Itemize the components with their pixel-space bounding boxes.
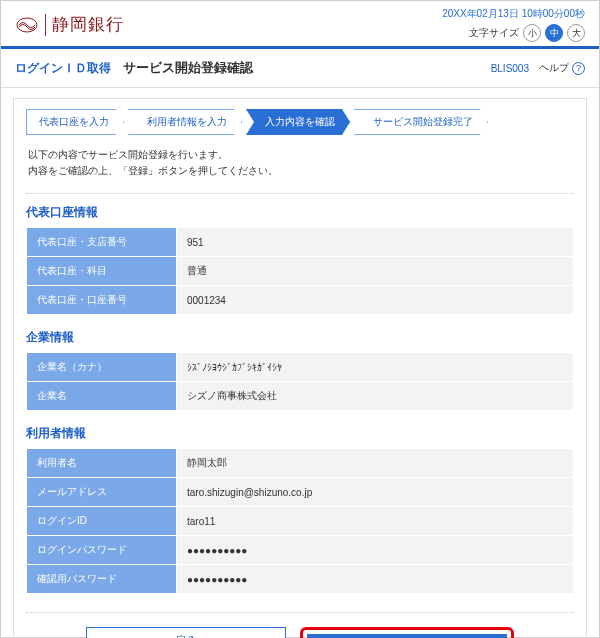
fontsize-medium-button[interactable]: 中 — [545, 24, 563, 42]
fontsize-control: 文字サイズ 小 中 大 — [442, 24, 585, 42]
header-right: 20XX年02月13日 10時00分00秒 文字サイズ 小 中 大 — [442, 7, 585, 42]
cell-value: taro.shizugin@shizuno.co.jp — [177, 478, 574, 507]
cell-key: 代表口座・支店番号 — [27, 228, 177, 257]
chevron-left-icon: ‹ — [97, 634, 101, 638]
page-root: 静岡銀行 20XX年02月13日 10時00分00秒 文字サイズ 小 中 大 ロ… — [0, 0, 600, 638]
table-row: ログインパスワード●●●●●●●●●● — [27, 536, 574, 565]
cell-key: 代表口座・口座番号 — [27, 286, 177, 315]
cell-value: 普通 — [177, 257, 574, 286]
bank-name: 静岡銀行 — [52, 13, 124, 36]
title-row: ログインＩＤ取得 サービス開始登録確認 BLIS003 ヘルプ ? — [1, 49, 599, 88]
title-left: ログインＩＤ取得 サービス開始登録確認 — [15, 59, 253, 77]
section-account-title: 代表口座情報 — [26, 204, 574, 221]
back-button[interactable]: ‹ 戻る — [86, 627, 286, 638]
wizard-step-3: 入力内容を確認 — [246, 109, 350, 135]
cell-key: ログインID — [27, 507, 177, 536]
section-company-title: 企業情報 — [26, 329, 574, 346]
bank-logo-icon — [15, 16, 39, 34]
table-row: 確認用パスワード●●●●●●●●●● — [27, 565, 574, 594]
brand-block: 静岡銀行 — [15, 13, 124, 36]
cell-value: taro11 — [177, 507, 574, 536]
help-link[interactable]: ヘルプ ? — [539, 61, 585, 75]
cell-key: 企業名（カナ） — [27, 353, 177, 382]
page-context: ログインＩＤ取得 — [15, 60, 111, 77]
fontsize-label: 文字サイズ — [469, 26, 519, 40]
fontsize-large-button[interactable]: 大 — [567, 24, 585, 42]
cell-key: 利用者名 — [27, 449, 177, 478]
intro-line-1: 以下の内容でサービス開始登録を行います。 — [28, 147, 572, 163]
intro-line-2: 内容をご確認の上、「登録」ボタンを押してください。 — [28, 163, 572, 179]
divider — [26, 193, 574, 194]
cell-value: ｼｽﾞﾉｼﾖｳｼﾞｶﾌﾞｼｷｶﾞｲｼﾔ — [177, 353, 574, 382]
cell-value: 静岡太郎 — [177, 449, 574, 478]
page-header: 静岡銀行 20XX年02月13日 10時00分00秒 文字サイズ 小 中 大 — [1, 1, 599, 46]
screen-id: BLIS003 — [491, 63, 529, 74]
section-user-title: 利用者情報 — [26, 425, 574, 442]
cell-key: 代表口座・科目 — [27, 257, 177, 286]
table-row: 代表口座・科目普通 — [27, 257, 574, 286]
cell-key: メールアドレス — [27, 478, 177, 507]
intro-text: 以下の内容でサービス開始登録を行います。 内容をご確認の上、「登録」ボタンを押し… — [28, 147, 572, 179]
primary-highlight: 登録 › — [300, 627, 514, 638]
fontsize-small-button[interactable]: 小 — [523, 24, 541, 42]
table-row: ログインIDtaro11 — [27, 507, 574, 536]
wizard-step-1: 代表口座を入力 — [26, 109, 124, 135]
page-title: サービス開始登録確認 — [123, 59, 253, 77]
table-row: 企業名（カナ）ｼｽﾞﾉｼﾖｳｼﾞｶﾌﾞｼｷｶﾞｲｼﾔ — [27, 353, 574, 382]
help-label: ヘルプ — [539, 61, 569, 75]
wizard-step-2: 利用者情報を入力 — [128, 109, 242, 135]
cell-key: 確認用パスワード — [27, 565, 177, 594]
secondary-buttons: ‹ 戻る ‹ 中断 — [86, 627, 286, 638]
action-row: ‹ 戻る ‹ 中断 登録 › — [26, 612, 574, 638]
cell-value: 951 — [177, 228, 574, 257]
table-row: 利用者名静岡太郎 — [27, 449, 574, 478]
wizard-step-4: サービス開始登録完了 — [354, 109, 488, 135]
help-icon: ? — [572, 62, 585, 75]
cell-value: ●●●●●●●●●● — [177, 536, 574, 565]
table-row: 代表口座・口座番号0001234 — [27, 286, 574, 315]
cell-key: 企業名 — [27, 382, 177, 411]
timestamp: 20XX年02月13日 10時00分00秒 — [442, 7, 585, 21]
table-row: 代表口座・支店番号951 — [27, 228, 574, 257]
account-table: 代表口座・支店番号951 代表口座・科目普通 代表口座・口座番号0001234 — [26, 227, 574, 315]
cell-value: ●●●●●●●●●● — [177, 565, 574, 594]
cell-value: 0001234 — [177, 286, 574, 315]
back-label: 戻る — [175, 633, 197, 639]
cell-key: ログインパスワード — [27, 536, 177, 565]
table-row: 企業名シズノ商事株式会社 — [27, 382, 574, 411]
brand-divider — [45, 14, 46, 36]
content-card: 代表口座を入力 利用者情報を入力 入力内容を確認 サービス開始登録完了 以下の内… — [13, 98, 587, 638]
company-table: 企業名（カナ）ｼｽﾞﾉｼﾖｳｼﾞｶﾌﾞｼｷｶﾞｲｼﾔ 企業名シズノ商事株式会社 — [26, 352, 574, 411]
table-row: メールアドレスtaro.shizugin@shizuno.co.jp — [27, 478, 574, 507]
submit-button[interactable]: 登録 › — [307, 634, 507, 638]
wizard-steps: 代表口座を入力 利用者情報を入力 入力内容を確認 サービス開始登録完了 — [26, 109, 574, 135]
title-right: BLIS003 ヘルプ ? — [491, 61, 585, 75]
cell-value: シズノ商事株式会社 — [177, 382, 574, 411]
user-table: 利用者名静岡太郎 メールアドレスtaro.shizugin@shizuno.co… — [26, 448, 574, 594]
